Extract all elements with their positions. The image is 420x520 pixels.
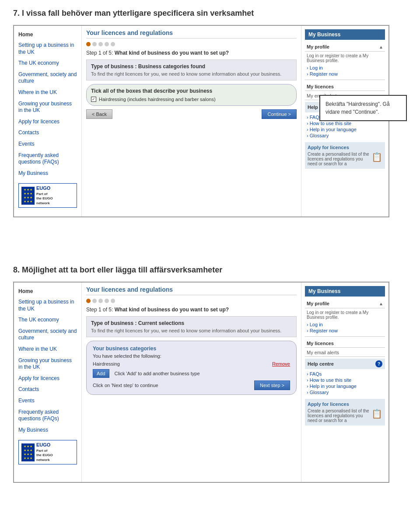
sidebar-item2-government[interactable]: Government, society and culture bbox=[14, 326, 81, 344]
dot2-3 bbox=[98, 299, 103, 303]
apply-licences-row-2: Create a personalised list of the licenc… bbox=[308, 408, 382, 423]
sidebar-item-apply-licences[interactable]: Apply for licences bbox=[14, 116, 81, 128]
next-step-label: Click on 'Next step' to continue bbox=[93, 383, 158, 388]
my-business-title-2: My Business bbox=[305, 286, 385, 297]
type-box-2: Type of business : Current selections To… bbox=[86, 316, 297, 337]
eugo-text: EUGO Part of the EUGO network bbox=[36, 185, 53, 206]
log-in-link-1[interactable]: Log in bbox=[305, 65, 385, 71]
sidebar-item2-apply-licences[interactable]: Apply for licences bbox=[14, 373, 81, 384]
next-step-button[interactable]: Next step > bbox=[254, 380, 290, 390]
checkbox-label-1: Hairdressing (includes hairdressing and … bbox=[99, 97, 216, 102]
sidebar-item2-where-in-uk[interactable]: Where in the UK bbox=[14, 344, 81, 355]
help-centre-box-2: Help centre ? FAQs How to use this site … bbox=[305, 359, 385, 395]
dot2-5 bbox=[111, 299, 115, 303]
nav-buttons-1: < Back Continue > bbox=[86, 109, 297, 119]
sidebar-item2-contacts[interactable]: Contacts bbox=[14, 384, 81, 395]
help-language-link-2[interactable]: Help in your language bbox=[305, 383, 385, 389]
divider-2a bbox=[305, 336, 385, 337]
remove-link[interactable]: Remove bbox=[272, 361, 290, 366]
dot2-2 bbox=[92, 299, 97, 303]
my-licences-1[interactable]: My licences bbox=[305, 83, 385, 91]
main-content-1: Your licences and regulations Step 1 of … bbox=[82, 26, 301, 216]
sidebar-item-where-in-uk[interactable]: Where in the UK bbox=[14, 87, 81, 98]
how-to-use-link-1[interactable]: How to use this site bbox=[305, 120, 385, 126]
tick-box-1: Tick all of the boxes that describe your… bbox=[86, 84, 297, 106]
apply-licences-title-2: Apply for licences bbox=[308, 401, 382, 407]
add-button[interactable]: Add bbox=[93, 369, 109, 378]
sidebar-home-2[interactable]: Home bbox=[14, 286, 81, 297]
dot-2 bbox=[92, 42, 97, 46]
how-to-use-link-2[interactable]: How to use this site bbox=[305, 377, 385, 383]
apply-licences-title-1: Apply for licences bbox=[308, 145, 382, 150]
sidebar-home[interactable]: Home bbox=[14, 29, 81, 40]
register-link-1[interactable]: Register now bbox=[305, 71, 385, 77]
hairdressing-label: Hairdressing bbox=[93, 361, 120, 366]
continue-button-1[interactable]: Continue > bbox=[262, 109, 297, 119]
checkbox-hairdressing[interactable]: ✓ bbox=[91, 97, 96, 102]
apply-licences-desc-1: Create a personalised list of the licenc… bbox=[308, 152, 370, 166]
my-email-2[interactable]: My email alerts bbox=[305, 349, 385, 357]
type-box-title-2: Type of business : Current selections bbox=[91, 320, 292, 326]
clipboard-icon-1: 📋 bbox=[371, 152, 382, 162]
back-button-1[interactable]: < Back bbox=[86, 109, 112, 119]
faqs-link-2[interactable]: FAQs bbox=[305, 371, 385, 377]
sidebar-item-growing[interactable]: Growing your business in the UK bbox=[14, 98, 81, 116]
dot-1 bbox=[86, 42, 91, 46]
sidebar-item-my-business[interactable]: My Business bbox=[14, 168, 81, 179]
help-q-icon-2: ? bbox=[375, 360, 382, 367]
help-language-link-1[interactable]: Help in your language bbox=[305, 126, 385, 133]
dot2-1 bbox=[86, 299, 91, 303]
help-centre-title-2: Help centre ? bbox=[305, 359, 385, 369]
my-profile-row-2: My profile ▲ bbox=[305, 299, 385, 308]
register-link-2[interactable]: Register now bbox=[305, 328, 385, 334]
sidebar-item2-uk-economy[interactable]: The UK economy bbox=[14, 314, 81, 326]
profile-arrow-1: ▲ bbox=[379, 45, 383, 49]
sidebar-item-setting-up[interactable]: Setting up a business in the UK bbox=[14, 40, 81, 58]
sidebar-item2-growing[interactable]: Growing your business in the UK bbox=[14, 355, 81, 373]
divider-1a bbox=[305, 80, 385, 80]
sidebar-item-uk-economy[interactable]: The UK economy bbox=[14, 58, 81, 69]
profile-arrow-2: ▲ bbox=[379, 301, 383, 306]
log-in-link-2[interactable]: Log in bbox=[305, 321, 385, 328]
apply-licences-box-1: Apply for licences Create a personalised… bbox=[305, 142, 385, 169]
right-sidebar-2: My Business My profile ▲ Log in or regis… bbox=[301, 283, 388, 482]
apply-licences-row-1: Create a personalised list of the licenc… bbox=[308, 152, 382, 166]
sidebar-item-contacts[interactable]: Contacts bbox=[14, 127, 81, 139]
step-title-1: Step 1 of 5: What kind of business do yo… bbox=[86, 50, 297, 56]
sidebar-item2-faqs[interactable]: Frequently asked questions (FAQs) bbox=[14, 407, 81, 425]
eugo-text-2: EUGO Part of the EUGO network bbox=[36, 442, 53, 462]
add-label: Click 'Add' to add another business type bbox=[115, 371, 200, 376]
next-step-row: Click on 'Next step' to continue Next st… bbox=[93, 380, 290, 390]
my-licences-2[interactable]: My licences bbox=[305, 339, 385, 348]
sidebar-item2-my-business[interactable]: My Business bbox=[14, 425, 81, 436]
checkbox-row-1[interactable]: ✓ Hairdressing (includes hairdressing an… bbox=[91, 97, 292, 102]
screenshot2-frame: Home Setting up a business in the UK The… bbox=[13, 282, 389, 483]
sidebar-item2-events[interactable]: Events bbox=[14, 395, 81, 407]
sidebar-item-government[interactable]: Government, society and culture bbox=[14, 69, 81, 87]
biz-cat-subtitle: You have selected the following: bbox=[93, 353, 290, 359]
main-title-1: Your licences and regulations bbox=[86, 29, 297, 38]
main-title-2: Your licences and regulations bbox=[86, 286, 297, 295]
glossary-link-2[interactable]: Glossary bbox=[305, 389, 385, 395]
section7-heading: 7. I vissa fall behöver man ytterligare … bbox=[13, 9, 407, 18]
my-profile-label-2[interactable]: My profile bbox=[307, 301, 329, 306]
step-title-2: Step 1 of 5: What kind of business do yo… bbox=[86, 307, 297, 313]
eugo-logo-2: ★ ★ ★ ★ ★ ★ ★ ★ ★ ★ ★ ★ bbox=[18, 440, 77, 464]
sidebar-item2-setting-up[interactable]: Setting up a business in the UK bbox=[14, 297, 81, 314]
dot-5 bbox=[111, 42, 115, 46]
dot2-4 bbox=[105, 299, 109, 303]
sidebar-item-faqs[interactable]: Frequently asked questions (FAQs) bbox=[14, 150, 81, 168]
callout-7: Bekräfta "Hairdressing". Gå vidare med "… bbox=[319, 95, 407, 121]
my-profile-row-1: My profile ▲ bbox=[305, 42, 385, 52]
tick-title-1: Tick all of the boxes that describe your… bbox=[91, 88, 292, 94]
my-profile-label-1[interactable]: My profile bbox=[307, 44, 329, 49]
sidebar-item-events[interactable]: Events bbox=[14, 139, 81, 150]
main-content-2: Your licences and regulations Step 1 of … bbox=[82, 283, 301, 482]
glossary-link-1[interactable]: Glossary bbox=[305, 133, 385, 139]
biz-cat-row-hairdressing: Hairdressing Remove bbox=[93, 361, 290, 366]
step-dots-1 bbox=[86, 42, 297, 46]
section8-heading: 8. Möjlighet att ta bort eller lägga til… bbox=[13, 265, 407, 275]
right-sidebar-1: My Business My profile ▲ Log in or regis… bbox=[301, 26, 388, 216]
left-sidebar-2: Home Setting up a business in the UK The… bbox=[14, 283, 82, 482]
profile-info-2: Log in or register to create a My Busine… bbox=[305, 310, 385, 320]
